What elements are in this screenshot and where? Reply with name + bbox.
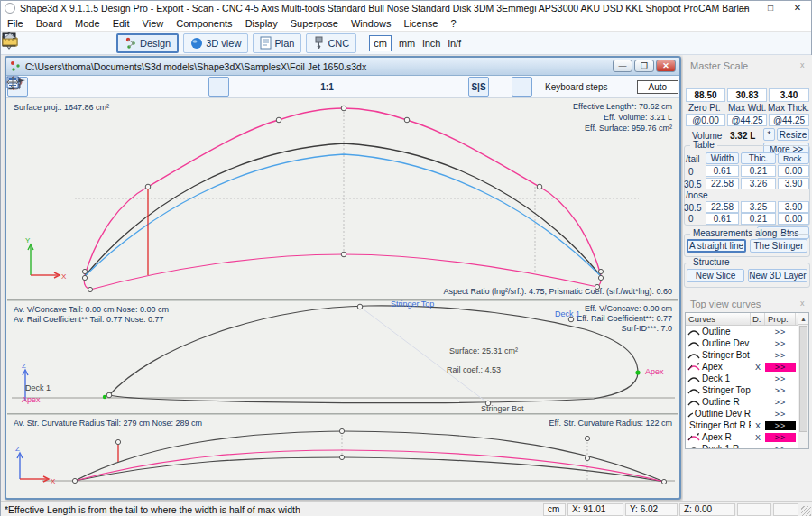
rocker-control-points[interactable] bbox=[72, 428, 666, 484]
curve-d-flag[interactable]: X bbox=[751, 433, 765, 442]
top-view-panel[interactable]: Y X bbox=[7, 98, 678, 299]
curve-name[interactable]: Apex bbox=[686, 362, 751, 372]
ruler-icon[interactable] bbox=[80, 33, 102, 53]
length-value[interactable]: 88.50 bbox=[686, 88, 725, 102]
row4-thic[interactable]: 0.21 bbox=[741, 213, 776, 225]
curve-name[interactable]: Outline Dev bbox=[686, 338, 751, 348]
curve-name[interactable]: Outline R bbox=[686, 397, 751, 407]
paste-tool-icon[interactable] bbox=[137, 77, 158, 97]
window-maximize-button[interactable]: □ bbox=[757, 1, 784, 15]
keyboard-steps-icon[interactable] bbox=[609, 77, 630, 97]
width-column-button[interactable]: Width bbox=[706, 152, 739, 164]
rock-str-column-button[interactable]: Rock. Str bbox=[778, 152, 809, 164]
row3-thic[interactable]: 3.25 bbox=[741, 201, 776, 213]
outline-view-icon[interactable] bbox=[208, 77, 229, 97]
row4-rock[interactable]: 0.00 bbox=[778, 213, 809, 225]
unit-inch[interactable]: inch bbox=[422, 38, 440, 49]
curve-name[interactable]: Stringer Top bbox=[686, 385, 751, 395]
cnc-button[interactable]: CNC bbox=[306, 33, 356, 53]
curve-name[interactable]: Deck 1 bbox=[686, 373, 751, 383]
apex-origin-green[interactable] bbox=[103, 395, 106, 399]
new-3d-layer-button[interactable]: New 3D Layer bbox=[748, 269, 807, 282]
properties-panel-icon[interactable] bbox=[512, 77, 532, 97]
zoom-window-tool-icon[interactable] bbox=[72, 77, 93, 97]
max-width-value[interactable]: 30.83 bbox=[727, 88, 767, 102]
save-file-icon[interactable] bbox=[50, 33, 71, 53]
menu-board[interactable]: Board bbox=[30, 18, 69, 29]
slices-view-icon[interactable] bbox=[295, 77, 316, 97]
bottom-rocker-curve[interactable] bbox=[75, 457, 664, 482]
row2-width[interactable]: 22.58 bbox=[706, 178, 739, 189]
menu-edit[interactable]: Edit bbox=[106, 18, 136, 29]
board-side-icon[interactable] bbox=[425, 77, 446, 97]
curve-d-flag[interactable]: X bbox=[751, 363, 765, 372]
resize-grip[interactable] bbox=[801, 506, 811, 516]
scroll-thumb[interactable] bbox=[799, 326, 807, 432]
unit-mm[interactable]: mm bbox=[399, 38, 415, 49]
curve-prop-button[interactable]: >> bbox=[765, 433, 796, 442]
unit-inf[interactable]: in/f bbox=[448, 38, 461, 49]
master-scale-close-icon[interactable]: x bbox=[800, 60, 805, 69]
design-mode-button[interactable]: Design bbox=[116, 33, 179, 53]
open-file-icon[interactable] bbox=[26, 33, 48, 53]
menu-mode[interactable]: Mode bbox=[69, 18, 106, 29]
max-thickness-value[interactable]: 3.40 bbox=[769, 88, 809, 102]
window-close-button[interactable]: ✕ bbox=[784, 1, 811, 15]
curve-row[interactable]: Stringer Bot>> bbox=[686, 349, 808, 361]
star-button[interactable]: * bbox=[763, 128, 775, 141]
curve-row[interactable]: Deck 1>> bbox=[686, 373, 808, 384]
row2-thic[interactable]: 3.26 bbox=[741, 178, 776, 189]
curves-column-header[interactable]: Curves bbox=[686, 313, 751, 325]
unit-cm-selected[interactable]: cm bbox=[369, 35, 392, 51]
curve-prop-button[interactable]: >> bbox=[765, 410, 796, 419]
curves-scrollbar[interactable]: ▲ bbox=[798, 313, 808, 448]
sections-icon[interactable]: S|S bbox=[468, 77, 489, 97]
apex-curve[interactable] bbox=[90, 254, 597, 290]
row3-rock[interactable]: 3.90 bbox=[778, 201, 809, 213]
curve-row[interactable]: Outline Dev>> bbox=[686, 337, 808, 349]
curve-name[interactable]: Outline Dev R bbox=[686, 409, 751, 419]
row1-rock[interactable]: 0.00 bbox=[778, 165, 809, 177]
scroll-up-icon[interactable]: ▲ bbox=[798, 313, 808, 325]
curve-prop-button[interactable]: >> bbox=[765, 351, 796, 360]
zero-pt-value[interactable]: @0.00 bbox=[686, 114, 725, 126]
curve-name[interactable]: Apex R bbox=[686, 432, 751, 442]
copy-tool-icon[interactable] bbox=[115, 77, 136, 97]
document-restore-button[interactable]: ❐ bbox=[634, 60, 654, 72]
curve-row[interactable]: Apex RX>> bbox=[686, 431, 808, 443]
row4-width[interactable]: 0.61 bbox=[706, 213, 739, 225]
redo-icon[interactable] bbox=[180, 77, 201, 97]
deck-view-icon[interactable] bbox=[273, 77, 294, 97]
curve-row[interactable]: ApexX>> bbox=[686, 361, 808, 373]
deck-rocker-curve[interactable] bbox=[75, 431, 664, 482]
auto-button[interactable]: Auto bbox=[637, 80, 679, 94]
menu-view[interactable]: View bbox=[136, 18, 171, 29]
row3-width[interactable]: 22.58 bbox=[706, 201, 739, 213]
thic-str-column-button[interactable]: Thic. Str bbox=[741, 152, 776, 164]
colors-icon[interactable] bbox=[490, 77, 511, 97]
d-column-header[interactable]: D. bbox=[751, 313, 765, 325]
row2-rock[interactable]: 3.90 bbox=[778, 178, 809, 189]
menu-license[interactable]: License bbox=[398, 18, 445, 29]
grid-icon[interactable] bbox=[338, 77, 359, 97]
window-minimize-button[interactable]: — bbox=[730, 1, 757, 15]
row1-thic[interactable]: 0.21 bbox=[741, 165, 776, 177]
curve-prop-button[interactable]: >> bbox=[765, 421, 796, 430]
curve-row[interactable]: Outline Dev R>> bbox=[686, 408, 808, 419]
document-minimize-button[interactable]: — bbox=[613, 60, 632, 72]
curve-name[interactable]: Stringer Bot R R bbox=[686, 420, 751, 430]
row1-width[interactable]: 0.61 bbox=[706, 165, 739, 177]
select-points-tool-icon[interactable] bbox=[29, 77, 50, 97]
rocker-view-icon[interactable] bbox=[230, 77, 251, 97]
zoom-tool-icon[interactable] bbox=[51, 77, 71, 97]
curve-prop-button[interactable]: >> bbox=[765, 445, 796, 450]
fin-icon[interactable] bbox=[447, 77, 467, 97]
curve-row[interactable]: Deck 1 R>> bbox=[686, 443, 808, 449]
curve-d-flag[interactable]: X bbox=[751, 421, 765, 430]
curve-row[interactable]: Outline>> bbox=[686, 326, 808, 337]
menu-file[interactable]: File bbox=[1, 18, 30, 29]
curve-prop-button[interactable]: >> bbox=[765, 374, 796, 383]
undo-icon[interactable] bbox=[159, 77, 180, 97]
curve-prop-button[interactable]: >> bbox=[765, 398, 796, 407]
curve-row[interactable]: Stringer Top>> bbox=[686, 384, 808, 396]
